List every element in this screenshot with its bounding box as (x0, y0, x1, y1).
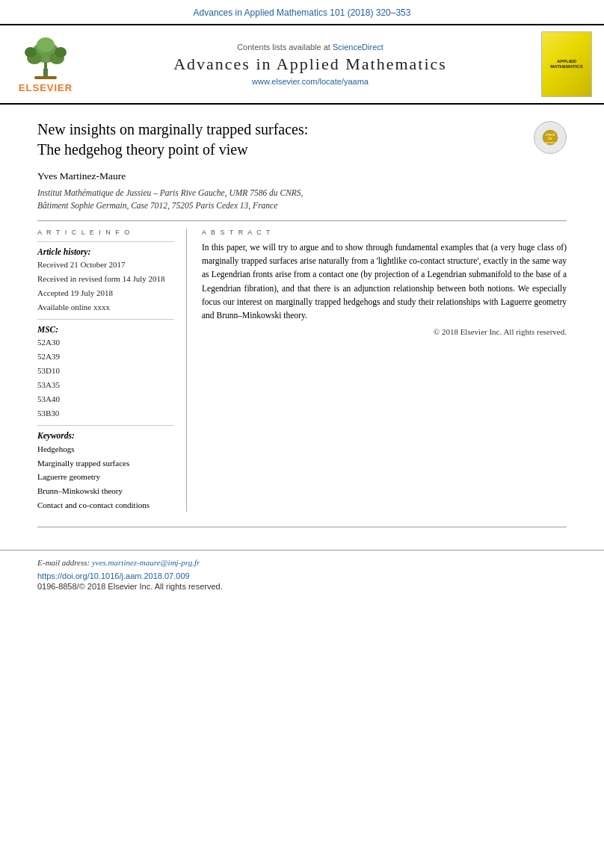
abstract-label: A B S T R A C T (202, 229, 567, 236)
email-line: E-mail address: yves.martinez-maure@imj-… (37, 558, 567, 567)
article-title-text: New insights on marginally trapped surfa… (37, 121, 308, 158)
sciencedirect-label: Contents lists available at ScienceDirec… (91, 43, 529, 52)
info-top-divider (37, 241, 174, 242)
journal-url[interactable]: www.elsevier.com/locate/yaama (91, 77, 529, 86)
journal-center-info: Contents lists available at ScienceDirec… (91, 43, 529, 86)
elsevier-logo: ELSEVIER (12, 36, 79, 93)
keyword-2: Laguerre geometry (37, 470, 174, 484)
issn-line: 0196-8858/© 2018 Elsevier Inc. All right… (37, 582, 567, 591)
svg-point-7 (37, 37, 55, 52)
top-citation: Advances in Applied Mathematics 101 (201… (0, 0, 604, 24)
article-info-label: A R T I C L E I N F O (37, 229, 174, 236)
msc-code-2: 53D10 (37, 365, 174, 377)
msc-code-3: 53A35 (37, 379, 174, 391)
abstract-text: In this paper, we will try to argue and … (202, 241, 567, 323)
copyright-text: © 2018 Elsevier Inc. All rights reserved… (202, 327, 567, 336)
journal-cover-thumbnail: APPLIEDMATHEMATICS (541, 31, 592, 97)
email-address[interactable]: yves.martinez-maure@imj-prg.fr (92, 558, 200, 567)
doi-text: https://doi.org/10.1016/j.aam.2018.07.00… (37, 571, 190, 580)
abstract-column: A B S T R A C T In this paper, we will t… (202, 229, 567, 512)
affiliation-line2: Bâtiment Sophie Germain, Case 7012, 7520… (37, 201, 277, 210)
two-column-layout: A R T I C L E I N F O Article history: R… (37, 229, 567, 512)
msc-code-4: 53A40 (37, 393, 174, 406)
msc-code-1: 52A39 (37, 350, 174, 363)
journal-title: Advances in Applied Mathematics (91, 55, 529, 74)
msc-code-0: 52A30 (37, 336, 174, 349)
affiliation-line1: Institut Mathématique de Jussieu – Paris… (37, 188, 303, 197)
msc-code-5: 53B30 (37, 407, 174, 420)
affiliation: Institut Mathématique de Jussieu – Paris… (37, 187, 567, 213)
svg-text:updates: updates (545, 140, 555, 144)
svg-point-5 (25, 47, 37, 58)
article-info-column: A R T I C L E I N F O Article history: R… (37, 229, 187, 512)
doi-line[interactable]: https://doi.org/10.1016/j.aam.2018.07.00… (37, 571, 567, 580)
available-date: Available online xxxx (37, 301, 174, 314)
svg-point-6 (55, 47, 67, 58)
page: Advances in Applied Mathematics 101 (201… (0, 0, 604, 868)
header-divider (37, 220, 567, 221)
history-title: Article history: (37, 247, 174, 256)
received-date: Received 21 October 2017 (37, 258, 174, 271)
check-updates-container: check for updates (534, 121, 567, 154)
keyword-3: Brunn–Minkowski theory (37, 484, 174, 498)
cover-title-text: APPLIEDMATHEMATICS (550, 59, 582, 69)
keyword-4: Contact and co-contact conditions (37, 498, 174, 512)
keywords-divider (37, 425, 174, 426)
check-updates-icon: check for updates (542, 129, 558, 146)
footer-top-divider (37, 527, 567, 527)
svg-rect-8 (34, 76, 57, 79)
elsevier-tree-icon (19, 36, 72, 81)
author-name: Yves Martinez-Maure (37, 170, 567, 182)
keyword-0: Hedgehogs (37, 442, 174, 456)
msc-divider (37, 319, 174, 320)
elsevier-brand: ELSEVIER (19, 82, 73, 93)
revised-date: Received in revised form 14 July 2018 (37, 273, 174, 285)
check-updates-badge[interactable]: check for updates (534, 121, 567, 154)
article-title: New insights on marginally trapped surfa… (37, 120, 567, 160)
keywords-title: Keywords: (37, 431, 174, 440)
sciencedirect-link[interactable]: ScienceDirect (333, 43, 383, 52)
article-main: check for updates New insights on margin… (0, 105, 604, 527)
email-label: E-mail address: (37, 558, 90, 567)
citation-text: Advances in Applied Mathematics 101 (201… (194, 7, 411, 18)
msc-title: MSC: (37, 325, 174, 334)
accepted-date: Accepted 19 July 2018 (37, 287, 174, 300)
journal-header: ELSEVIER Contents lists available at Sci… (0, 24, 604, 105)
footer-section: E-mail address: yves.martinez-maure@imj-… (0, 550, 604, 591)
keyword-1: Marginally trapped surfaces (37, 456, 174, 471)
